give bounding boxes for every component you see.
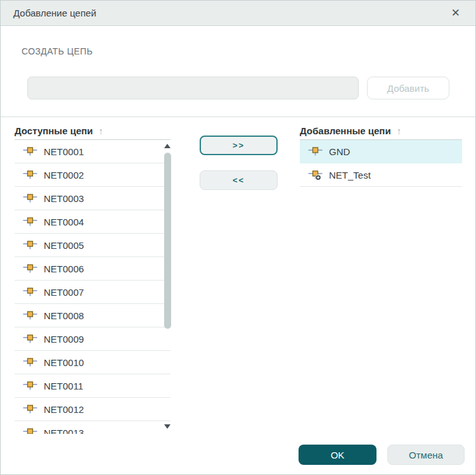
new-net-badge-icon <box>316 175 321 180</box>
cancel-button[interactable]: Отмена <box>387 445 465 465</box>
net-icon <box>23 217 37 227</box>
added-nets-panel: Добавленные цепи ↑ GND NET_Test <box>300 122 462 434</box>
net-icon <box>23 404 37 415</box>
net-list-item[interactable]: NET0010 <box>15 351 170 374</box>
net-list-item[interactable]: NET_Test <box>300 163 462 187</box>
add-nets-dialog: Добавление цепей ✕ СОЗДАТЬ ЦЕПЬ Добавить… <box>0 0 476 475</box>
net-list-item[interactable]: NET0012 <box>15 398 170 421</box>
net-name: NET0013 <box>44 428 84 434</box>
available-nets-header-label: Доступные цепи <box>15 125 93 136</box>
net-name: NET0007 <box>44 287 84 298</box>
net-icon <box>308 170 323 180</box>
net-list-item[interactable]: NET0013 <box>15 421 170 434</box>
net-list-item[interactable]: NET0002 <box>15 163 170 187</box>
net-icon <box>23 334 37 345</box>
net-list-item[interactable]: NET0004 <box>15 210 170 234</box>
added-nets-header-label: Добавленные цепи <box>300 125 391 136</box>
net-name: NET0002 <box>44 170 84 180</box>
net-icon <box>23 263 37 274</box>
net-list-item[interactable]: NET0001 <box>15 140 170 163</box>
net-name: NET0011 <box>44 381 83 391</box>
net-name: NET0005 <box>44 240 84 251</box>
section-divider <box>1 117 475 117</box>
available-nets-scrollbar <box>164 140 172 434</box>
net-icon <box>23 287 37 298</box>
scroll-down-icon[interactable] <box>164 424 170 429</box>
net-name: NET0006 <box>44 263 84 274</box>
net-name: NET0008 <box>44 310 84 321</box>
net-name: NET_Test <box>329 170 371 180</box>
close-icon[interactable]: ✕ <box>449 6 463 20</box>
net-list-item[interactable]: NET0007 <box>15 281 170 304</box>
ok-button[interactable]: OK <box>299 445 376 465</box>
net-name: NET0012 <box>44 404 84 415</box>
available-nets-list: NET0001 NET0002 NET0003 <box>15 140 170 434</box>
net-icon <box>23 428 37 434</box>
sort-ascending-icon: ↑ <box>99 125 104 136</box>
net-list-item[interactable]: NET0009 <box>15 327 170 351</box>
net-name: GND <box>329 146 350 157</box>
net-list-item[interactable]: NET0005 <box>15 234 170 257</box>
net-icon <box>23 357 37 368</box>
net-icon <box>23 146 37 157</box>
move-all-left-button[interactable]: << <box>200 170 278 190</box>
net-name: NET0003 <box>44 193 84 204</box>
net-icon <box>23 310 37 321</box>
net-name: NET0010 <box>44 357 84 368</box>
new-net-name-input[interactable] <box>27 77 359 99</box>
scroll-up-icon[interactable] <box>164 144 170 148</box>
net-name: NET0009 <box>44 334 84 345</box>
net-icon <box>23 381 37 391</box>
move-all-right-button[interactable]: >> <box>200 136 278 155</box>
net-list-item[interactable]: NET0006 <box>15 257 170 281</box>
net-name: NET0004 <box>44 217 84 227</box>
sort-ascending-icon: ↑ <box>397 125 402 136</box>
net-list-item[interactable]: NET0008 <box>15 304 170 327</box>
dialog-titlebar: Добавление цепей ✕ <box>1 1 475 26</box>
available-nets-header[interactable]: Доступные цепи ↑ <box>15 122 170 140</box>
available-nets-panel: Доступные цепи ↑ NET0001 NET0002 <box>15 122 170 434</box>
net-icon <box>23 193 37 204</box>
added-nets-list: GND NET_Test <box>300 140 462 434</box>
net-icon <box>23 170 37 180</box>
net-list-item[interactable]: NET0011 <box>15 374 170 398</box>
added-nets-header[interactable]: Добавленные цепи ↑ <box>300 122 462 140</box>
dialog-title: Добавление цепей <box>13 8 96 18</box>
net-icon <box>308 146 323 157</box>
create-net-label: СОЗДАТЬ ЦЕПЬ <box>22 46 93 56</box>
add-net-button[interactable]: Добавить <box>367 77 449 99</box>
net-list-item[interactable]: GND <box>300 140 462 163</box>
net-icon <box>23 240 37 251</box>
net-list-item[interactable]: NET0003 <box>15 187 170 210</box>
scrollbar-thumb[interactable] <box>164 153 171 329</box>
net-name: NET0001 <box>44 146 84 157</box>
